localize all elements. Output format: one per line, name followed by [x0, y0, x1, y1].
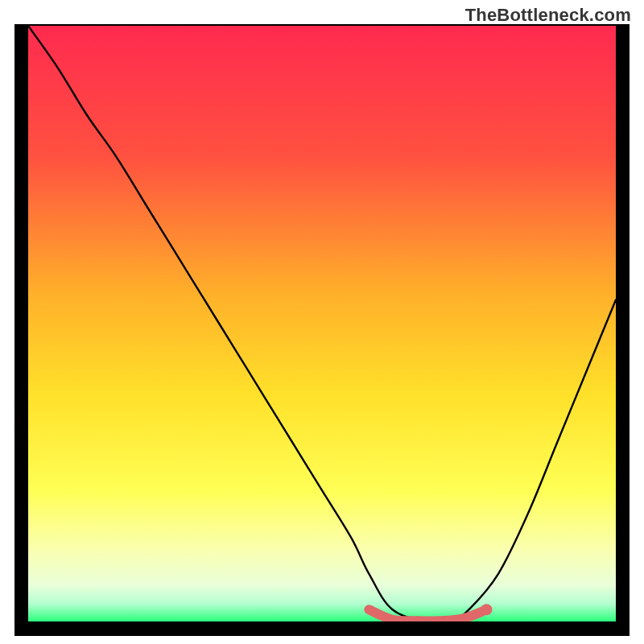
chart-frame [14, 24, 630, 636]
optimal-zone-end-dot [481, 604, 492, 615]
watermark-text: TheBottleneck.com [465, 5, 631, 26]
bottleneck-curve [28, 26, 616, 621]
plot-area [28, 26, 616, 621]
optimal-zone-highlight [369, 609, 486, 621]
chart-svg [28, 26, 616, 621]
